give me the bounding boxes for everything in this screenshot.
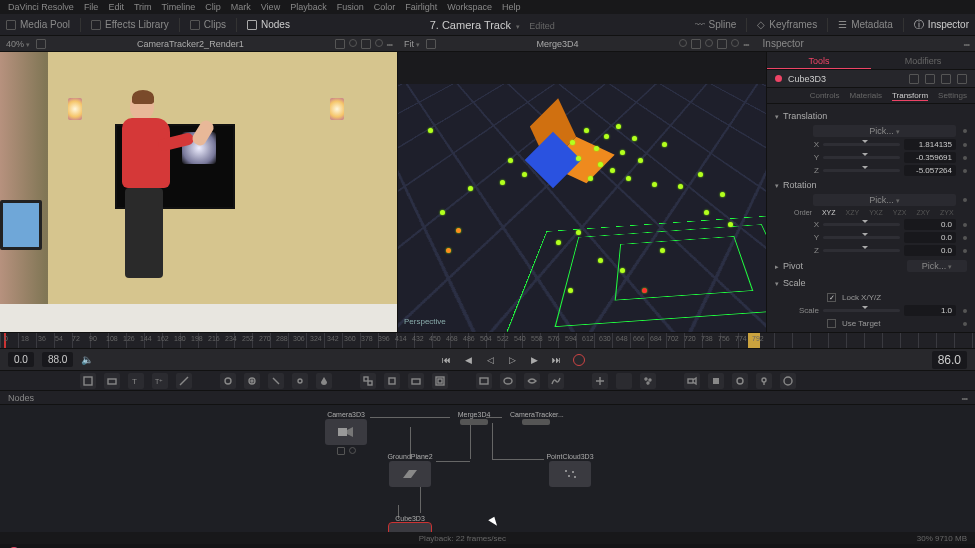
viewmode-icon[interactable] <box>361 39 371 49</box>
tool-merge[interactable] <box>360 373 376 389</box>
order-xyz[interactable]: XYZ <box>819 209 839 216</box>
tool-matte[interactable] <box>432 373 448 389</box>
expand-rotation-icon[interactable] <box>775 180 779 190</box>
roi-icon[interactable] <box>375 39 383 47</box>
more-icon-2[interactable] <box>743 39 748 49</box>
light-icon[interactable] <box>679 39 687 47</box>
expand-pivot-icon[interactable] <box>775 261 779 271</box>
nodes-menu-icon[interactable] <box>962 393 967 403</box>
rotation-x-slider[interactable] <box>823 223 900 226</box>
tool-camera3d[interactable] <box>684 373 700 389</box>
current-frame[interactable]: 86.0 <box>932 351 967 369</box>
versions-icon[interactable] <box>909 74 919 84</box>
reset-icon[interactable] <box>957 74 967 84</box>
subtab-settings[interactable]: Settings <box>938 91 967 100</box>
subview-icon[interactable] <box>335 39 345 49</box>
go-end-button[interactable]: ⏭ <box>550 353 564 367</box>
scale-value[interactable]: 1.0 <box>904 305 956 316</box>
media-pool-button[interactable]: Media Pool <box>6 19 70 30</box>
scale-slider[interactable] <box>823 309 900 312</box>
translation-x-slider[interactable] <box>823 143 900 146</box>
use-target-checkbox[interactable] <box>827 319 836 328</box>
order-yxz[interactable]: YXZ <box>866 209 886 216</box>
translation-y-value[interactable]: -0.359691 <box>904 152 956 163</box>
order-yzx[interactable]: YZX <box>890 209 910 216</box>
node-groundplane[interactable]: GroundPlane2 <box>384 453 436 487</box>
translation-pick-button[interactable]: Pick... <box>813 125 956 137</box>
menu-workspace[interactable]: Workspace <box>447 2 492 12</box>
tool-brightness[interactable] <box>220 373 236 389</box>
menu-file[interactable]: File <box>84 2 99 12</box>
inspector-tab-modifiers[interactable]: Modifiers <box>871 52 975 69</box>
step-fwd-button[interactable]: ▶ <box>528 353 542 367</box>
fit-dropdown[interactable]: Fit <box>404 39 420 49</box>
tool-wand[interactable] <box>616 373 632 389</box>
subtab-materials[interactable]: Materials <box>849 91 881 100</box>
menu-color[interactable]: Color <box>374 2 396 12</box>
menu-playback[interactable]: Playback <box>290 2 327 12</box>
go-start-button[interactable]: ⏮ <box>440 353 454 367</box>
node-merge3d[interactable]: Merge3D4 <box>448 411 500 425</box>
tool-hue[interactable] <box>292 373 308 389</box>
effects-library-button[interactable]: Effects Library <box>91 19 169 30</box>
tool-shape3d[interactable] <box>732 373 748 389</box>
translation-z-value[interactable]: -5.057264 <box>904 165 956 176</box>
menu-app[interactable]: DaVinci Resolve <box>8 2 74 12</box>
rotation-z-value[interactable]: 0.0 <box>904 245 956 256</box>
node-pointcloud[interactable]: PointCloud3D3 <box>544 453 596 487</box>
rotation-y-slider[interactable] <box>823 236 900 239</box>
order-xzy[interactable]: XZY <box>843 209 863 216</box>
play-button[interactable]: ▷ <box>506 353 520 367</box>
lock-xyz-checkbox[interactable]: ✓ <box>827 293 836 302</box>
rotation-z-slider[interactable] <box>823 249 900 252</box>
view1-icon[interactable] <box>337 447 345 455</box>
tool-bspline[interactable] <box>548 373 564 389</box>
step-back-button[interactable]: ◀ <box>462 353 476 367</box>
translation-x-value[interactable]: 1.814135 <box>904 139 956 150</box>
node-cube3d[interactable]: Cube3D3 <box>384 515 436 532</box>
menu-timeline[interactable]: Timeline <box>162 2 196 12</box>
expand-translation-icon[interactable] <box>775 111 779 121</box>
view-layout-icon[interactable] <box>36 39 46 49</box>
tool-drop[interactable] <box>316 373 332 389</box>
rotation-pick-button[interactable]: Pick... <box>813 194 956 206</box>
out-frame[interactable]: 88.0 <box>42 352 73 367</box>
channel-icon-2[interactable] <box>705 39 713 47</box>
tool-colorcorrect[interactable] <box>268 373 284 389</box>
tool-brush[interactable] <box>176 373 192 389</box>
comp-title[interactable]: 7. Camera Track Edited <box>300 19 685 31</box>
channel-icon[interactable] <box>349 39 357 47</box>
roi-icon-2[interactable] <box>731 39 739 47</box>
play-reverse-button[interactable]: ◁ <box>484 353 498 367</box>
expand-scale-icon[interactable] <box>775 278 779 288</box>
translation-y-slider[interactable] <box>823 156 900 159</box>
pin-icon[interactable] <box>925 74 935 84</box>
menu-view[interactable]: View <box>261 2 280 12</box>
lock-icon[interactable] <box>941 74 951 84</box>
spline-button[interactable]: 〰Spline <box>695 18 737 32</box>
in-frame[interactable]: 0.0 <box>8 352 34 367</box>
wireframe-icon[interactable] <box>691 39 701 49</box>
viewmode-icon-2[interactable] <box>717 39 727 49</box>
menu-edit[interactable]: Edit <box>108 2 124 12</box>
time-ruler[interactable]: 0183654729010812614416218019821623425227… <box>0 332 975 348</box>
rotation-x-value[interactable]: 0.0 <box>904 219 956 230</box>
speaker-icon[interactable] <box>81 354 93 365</box>
menu-clip[interactable]: Clip <box>205 2 221 12</box>
tool-rectangle[interactable] <box>476 373 492 389</box>
inspector-menu-icon[interactable] <box>964 38 969 49</box>
view2-icon[interactable] <box>349 447 356 454</box>
zoom-dropdown[interactable]: 40% <box>6 39 30 49</box>
pivot-pick-button[interactable]: Pick... <box>907 260 967 272</box>
menu-trim[interactable]: Trim <box>134 2 152 12</box>
tool-render3d[interactable] <box>780 373 796 389</box>
tool-text[interactable]: T <box>128 373 144 389</box>
menu-fusion[interactable]: Fusion <box>337 2 364 12</box>
tool-blur[interactable] <box>244 373 260 389</box>
subtab-transform[interactable]: Transform <box>892 91 928 101</box>
tool-light[interactable] <box>756 373 772 389</box>
tool-resize[interactable] <box>408 373 424 389</box>
tool-tracker[interactable] <box>592 373 608 389</box>
tool-ellipse[interactable] <box>500 373 516 389</box>
subtab-controls[interactable]: Controls <box>810 91 840 100</box>
